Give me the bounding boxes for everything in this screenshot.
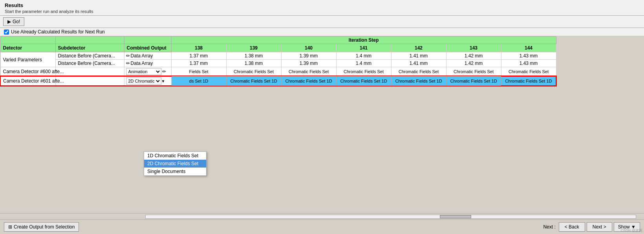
table-scroll[interactable]: Iteration Step Detector Subdetector Comb… <box>0 36 644 213</box>
subdetector-2: Distance Before (Camera... <box>55 60 124 67</box>
cell-r3-138: Fields Set <box>171 67 226 77</box>
combined-2: ✏ Data Array <box>124 60 171 67</box>
use-calculated-label: Use Already Calculated Results for Next … <box>11 29 105 35</box>
create-icon: ⊞ <box>8 224 12 230</box>
horizontal-scrollbar-row <box>0 213 644 219</box>
col-header-row: Detector Subdetector Combined Output 138… <box>0 44 556 52</box>
cell-r4-140: Chromatic Fields Set 1D <box>281 76 336 86</box>
table-row: Distance Before (Camera... ✏ Data Array … <box>0 60 556 67</box>
detector-600: Camera Detector #600 afte... <box>0 67 55 77</box>
cell-r3-140: Chromatic Fields Set <box>281 67 336 77</box>
table-container: Iteration Step Detector Subdetector Comb… <box>0 36 644 86</box>
combined-3: Animation ✏ <box>124 67 171 77</box>
combined-label-1: Data Array <box>131 53 153 59</box>
create-output-label: Create Output from Selection <box>14 224 75 230</box>
cell-r4-139: Chromatic Fields Set 1D <box>226 76 281 86</box>
cell-r2-141: 1.4 mm <box>336 60 391 67</box>
iter-143: 143 <box>446 44 501 52</box>
cell-r1-142: 1.41 mm <box>391 52 446 60</box>
table-wrapper: Iteration Step Detector Subdetector Comb… <box>0 36 644 219</box>
iter-138: 138 <box>171 44 226 52</box>
page-container: Results Start the parameter run and anal… <box>0 0 644 234</box>
watermark: CSDN @淤泥 <box>621 228 642 233</box>
cell-r3-139: Chromatic Fields Set <box>226 67 281 77</box>
cell-r1-144: 1.43 mm <box>501 52 556 60</box>
detector-varied: Varied Parameters <box>0 52 55 67</box>
chromatic-select[interactable]: 2D Chromatic <box>126 77 161 85</box>
detector-601: Camera Detector #601 afte... <box>0 76 55 86</box>
table-row: Camera Detector #601 afte... 2D Chromati… <box>0 76 556 86</box>
pencil-icon-1[interactable]: ✏ <box>126 53 130 59</box>
dropdown-overlay: 1D Chromatic Fields Set 2D Chromatic Fie… <box>144 151 207 176</box>
combined-4: 2D Chromatic ▼ <box>124 76 171 86</box>
use-calculated-checkbox[interactable] <box>4 29 9 35</box>
cell-r1-139: 1.38 mm <box>226 52 281 60</box>
toolbar: ▶ Go! <box>0 16 644 28</box>
cell-r1-143: 1.42 mm <box>446 52 501 60</box>
back-button[interactable]: < Back <box>559 222 585 232</box>
go-label: Go! <box>13 19 20 24</box>
cell-r2-139: 1.38 mm <box>226 60 281 67</box>
chevron-icon: ▼ <box>161 79 165 83</box>
subdetector-1: Distance Before (Camera... <box>55 52 124 60</box>
col-header-combined: Combined Output <box>124 44 171 52</box>
iteration-empty-1 <box>0 37 55 44</box>
combined-label-2: Data Array <box>131 61 153 66</box>
dropdown-item-1d[interactable]: 1D Chromatic Fields Set <box>144 152 206 160</box>
cell-r2-138: 1.37 mm <box>171 60 226 67</box>
checkbox-row: Use Already Calculated Results for Next … <box>0 28 644 36</box>
cell-r3-144: Chromatic Fields Set <box>501 67 556 77</box>
scrollbar-thumb[interactable] <box>440 215 471 218</box>
iter-144: 144 <box>501 44 556 52</box>
header: Results Start the parameter run and anal… <box>0 0 644 16</box>
scrollbar-spacer <box>2 214 145 219</box>
go-icon: ▶ <box>7 19 11 24</box>
combined-1: ✏ Data Array <box>124 52 171 60</box>
pencil-icon-3[interactable]: ✏ <box>162 69 166 74</box>
cell-r3-142: Chromatic Fields Set <box>391 67 446 77</box>
next-button[interactable]: Next > <box>587 222 612 232</box>
subdetector-4 <box>55 76 124 86</box>
results-table: Iteration Step Detector Subdetector Comb… <box>0 36 556 86</box>
go-button[interactable]: ▶ Go! <box>3 17 24 26</box>
iter-141: 141 <box>336 44 391 52</box>
create-output-button[interactable]: ⊞ Create Output from Selection <box>4 222 79 232</box>
iter-142: 142 <box>391 44 446 52</box>
cell-r2-143: 1.42 mm <box>446 60 501 67</box>
iteration-empty-2 <box>55 37 124 44</box>
bottom-bar: ⊞ Create Output from Selection Next : < … <box>0 219 644 234</box>
pencil-icon-2[interactable]: ✏ <box>126 61 130 66</box>
dropdown-item-single[interactable]: Single Documents <box>144 168 206 175</box>
cell-r1-141: 1.4 mm <box>336 52 391 60</box>
table-row: Camera Detector #600 afte... Animation ✏ <box>0 67 556 77</box>
cell-r2-140: 1.39 mm <box>281 60 336 67</box>
animation-select[interactable]: Animation <box>126 68 161 75</box>
cell-r2-142: 1.41 mm <box>391 60 446 67</box>
cell-r3-141: Chromatic Fields Set <box>336 67 391 77</box>
subdetector-3 <box>55 67 124 77</box>
cell-r4-138: ds Set 1D <box>171 76 226 86</box>
cell-r1-140: 1.39 mm <box>281 52 336 60</box>
cell-r4-144: Chromatic Fields Set 1D <box>501 76 556 86</box>
page-subtitle: Start the parameter run and analyze its … <box>5 9 639 14</box>
iteration-header-row: Iteration Step <box>0 37 556 44</box>
horizontal-scrollbar[interactable] <box>145 215 636 219</box>
col-header-detector: Detector <box>0 44 55 52</box>
next-colon-label: Next : <box>543 224 555 230</box>
cell-r4-143: Chromatic Fields Set 1D <box>446 76 501 86</box>
cell-r4-141: Chromatic Fields Set 1D <box>336 76 391 86</box>
col-header-subdetector: Subdetector <box>55 44 124 52</box>
iter-139: 139 <box>226 44 281 52</box>
cell-r3-143: Chromatic Fields Set <box>446 67 501 77</box>
cell-r2-144: 1.43 mm <box>501 60 556 67</box>
cell-r4-142: Chromatic Fields Set 1D <box>391 76 446 86</box>
cell-r1-138: 1.37 mm <box>171 52 226 60</box>
iter-140: 140 <box>281 44 336 52</box>
dropdown-item-2d[interactable]: 2D Chromatic Fields Set <box>144 160 206 168</box>
page-title: Results <box>5 2 639 8</box>
iteration-step-label: Iteration Step <box>171 37 556 44</box>
iteration-empty-3 <box>124 37 171 44</box>
table-row: Varied Parameters Distance Before (Camer… <box>0 52 556 60</box>
